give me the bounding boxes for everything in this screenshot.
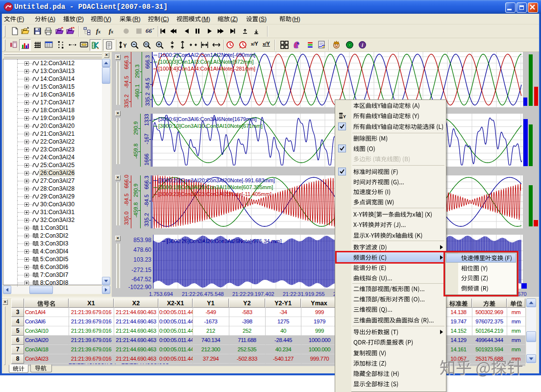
- svg-text:Y: Y: [343, 114, 346, 119]
